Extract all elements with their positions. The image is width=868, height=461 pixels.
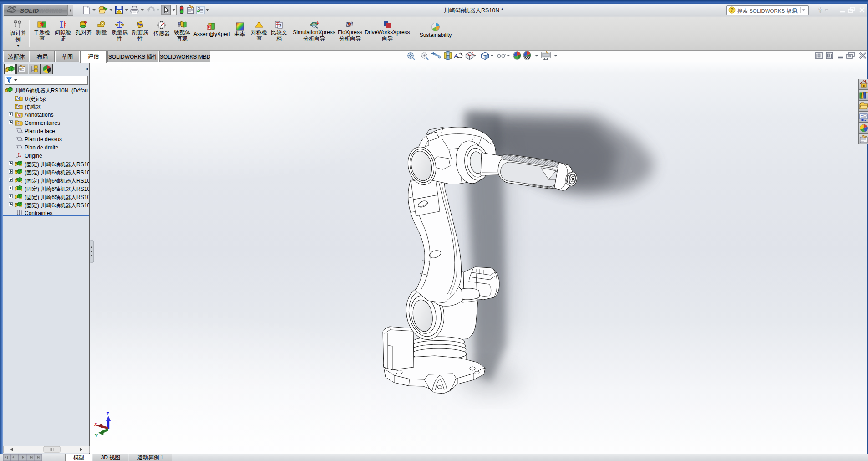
svg-text:?: ? bbox=[818, 6, 822, 14]
svg-text:X: X bbox=[94, 421, 97, 427]
svg-text:SOLIDWORKS: SOLIDWORKS bbox=[20, 7, 62, 14]
svg-text:?: ? bbox=[279, 23, 282, 28]
svg-text:Y: Y bbox=[95, 433, 98, 439]
svg-text:?: ? bbox=[731, 7, 734, 13]
svg-text:Z: Z bbox=[106, 411, 109, 417]
svg-text:A: A bbox=[18, 113, 20, 118]
svg-text:A: A bbox=[453, 53, 458, 60]
